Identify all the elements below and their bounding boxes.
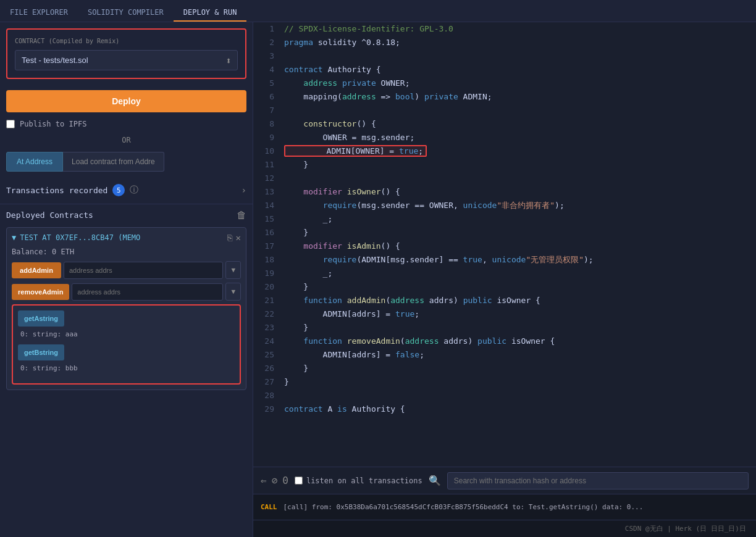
- line-number: 15: [253, 212, 284, 226]
- instance-close-icon[interactable]: ✕: [236, 233, 241, 243]
- line-content: modifier isAdmin() {: [284, 239, 400, 253]
- listen-label: listen on all transactions: [306, 477, 422, 485]
- table-row: 5 address private OWNER;: [253, 77, 756, 90]
- main-layout: CONTRACT (Compiled by Remix) Test - test…: [0, 22, 756, 537]
- line-content: }: [284, 375, 289, 389]
- line-number: 5: [253, 77, 284, 90]
- ipfs-checkbox[interactable]: [6, 120, 15, 128]
- right-panel: 1// SPDX-License-Identifier: GPL-3.02pra…: [253, 22, 756, 537]
- call-badge: CALL: [261, 503, 277, 511]
- footer-text: CSDN @无白 | Herk (日 日日_日)日: [625, 524, 746, 533]
- transactions-chevron[interactable]: ›: [242, 185, 246, 195]
- line-content: constructor() {: [284, 117, 376, 131]
- load-contract-button[interactable]: Load contract from Addre: [63, 152, 164, 172]
- table-row: 11 }: [253, 158, 756, 172]
- getter-section: getAstring 0: string: aaa getBstring 0: …: [12, 304, 241, 385]
- add-admin-button[interactable]: addAdmin: [12, 262, 61, 278]
- line-number: 1: [253, 22, 284, 36]
- contract-instance: ▼ TEST AT 0X7EF...8CB47 (MEMO ⎘ ✕ Balanc…: [6, 227, 246, 390]
- line-content: pragma solidity ^0.8.18;: [284, 36, 400, 49]
- remove-admin-input[interactable]: [72, 283, 223, 301]
- line-number: 22: [253, 307, 284, 321]
- table-row: 1// SPDX-License-Identifier: GPL-3.0: [253, 22, 756, 36]
- transactions-badge: 5: [112, 184, 125, 196]
- line-content: require(msg.sender == OWNER, unicode"非合约…: [284, 199, 565, 212]
- table-row: 17 modifier isAdmin() {: [253, 239, 756, 253]
- line-number: 25: [253, 348, 284, 362]
- remove-admin-row: removeAdmin ▼: [12, 283, 241, 301]
- remove-admin-dropdown[interactable]: ▼: [225, 283, 241, 301]
- instance-header: ▼ TEST AT 0X7EF...8CB47 (MEMO ⎘ ✕: [12, 233, 241, 243]
- line-number: 26: [253, 362, 284, 375]
- line-content: }: [284, 158, 308, 172]
- tx-log: CALL [call] from: 0x5B38Da6a701c568545dC…: [253, 494, 756, 520]
- line-number: 8: [253, 117, 284, 131]
- left-panel: CONTRACT (Compiled by Remix) Test - test…: [0, 22, 253, 537]
- line-number: 4: [253, 63, 284, 77]
- line-number: 13: [253, 185, 284, 199]
- line-number: 29: [253, 402, 284, 416]
- line-number: 12: [253, 172, 284, 185]
- line-content: ADMIN[addrs] = true;: [284, 307, 419, 321]
- table-row: 8 constructor() {: [253, 117, 756, 131]
- line-number: 9: [253, 131, 284, 144]
- ipfs-row: Publish to IPFS: [6, 120, 246, 128]
- table-row: 19 _;: [253, 267, 756, 280]
- copy-icon[interactable]: ⎘: [227, 233, 232, 243]
- table-row: 10 ADMIN[OWNER] = true;: [253, 144, 756, 158]
- contract-select[interactable]: Test - tests/test.sol: [15, 50, 238, 70]
- table-row: 7: [253, 104, 756, 117]
- stop-icon: ⊘: [272, 475, 278, 486]
- table-row: 29contract A is Authority {: [253, 402, 756, 416]
- line-content: }: [284, 362, 308, 375]
- deployed-title: Deployed Contracts: [6, 210, 237, 220]
- listen-check: listen on all transactions: [295, 477, 422, 485]
- addr-buttons: At Address Load contract from Addre: [6, 152, 246, 172]
- line-number: 17: [253, 239, 284, 253]
- deploy-button[interactable]: Deploy: [6, 90, 246, 112]
- table-row: 13 modifier isOwner() {: [253, 185, 756, 199]
- contract-select-wrapper: Test - tests/test.sol ⬍: [15, 50, 238, 70]
- info-icon: ⓘ: [130, 185, 138, 196]
- line-content: address private OWNER;: [284, 77, 410, 90]
- add-admin-dropdown[interactable]: ▼: [225, 261, 241, 279]
- table-row: 18 require(ADMIN[msg.sender] == true, un…: [253, 253, 756, 267]
- line-content: ADMIN[addrs] = false;: [284, 348, 424, 362]
- get-astring-button[interactable]: getAstring: [18, 310, 64, 327]
- line-content: contract Authority {: [284, 63, 381, 77]
- ipfs-label: Publish to IPFS: [20, 120, 86, 128]
- at-address-button[interactable]: At Address: [6, 152, 63, 172]
- table-row: 12: [253, 172, 756, 185]
- search-input[interactable]: [447, 472, 749, 489]
- line-content: _;: [284, 212, 332, 226]
- line-content: OWNER = msg.sender;: [284, 131, 414, 144]
- line-content: function removeAdmin(address addrs) publ…: [284, 335, 555, 348]
- tab-deploy-run[interactable]: DEPLOY & RUN: [174, 4, 247, 22]
- add-admin-input[interactable]: [64, 262, 223, 279]
- instance-chevron-icon[interactable]: ▼: [12, 233, 16, 242]
- table-row: 22 ADMIN[addrs] = true;: [253, 307, 756, 321]
- line-content: _;: [284, 267, 332, 280]
- line-number: 7: [253, 104, 284, 117]
- transactions-section: Transactions recorded 5 ⓘ ›: [0, 177, 253, 204]
- table-row: 4contract Authority {: [253, 63, 756, 77]
- line-number: 6: [253, 90, 284, 104]
- tab-solidity-compiler[interactable]: SOLIDITY COMPILER: [78, 4, 174, 22]
- table-row: 21 function addAdmin(address addrs) publ…: [253, 294, 756, 307]
- table-row: 15 _;: [253, 212, 756, 226]
- tab-file-explorer[interactable]: FILE EXPLORER: [0, 4, 78, 22]
- highlight-box: ADMIN[OWNER] = true;: [284, 145, 427, 157]
- code-area: 1// SPDX-License-Identifier: GPL-3.02pra…: [253, 22, 756, 467]
- get-bstring-button[interactable]: getBstring: [18, 344, 64, 360]
- line-content: ADMIN[OWNER] = true;: [284, 144, 427, 158]
- get-bstring-result: 0: string: bbb: [18, 363, 235, 373]
- line-number: 16: [253, 226, 284, 239]
- line-content: mapping(address => bool) private ADMIN;: [284, 90, 492, 104]
- remove-admin-button[interactable]: removeAdmin: [12, 284, 69, 300]
- table-row: 16 }: [253, 226, 756, 239]
- table-row: 14 require(msg.sender == OWNER, unicode"…: [253, 199, 756, 212]
- trash-icon[interactable]: 🗑: [237, 209, 246, 221]
- listen-checkbox[interactable]: [295, 477, 303, 485]
- balance-row: Balance: 0 ETH: [12, 248, 241, 256]
- line-number: 18: [253, 253, 284, 267]
